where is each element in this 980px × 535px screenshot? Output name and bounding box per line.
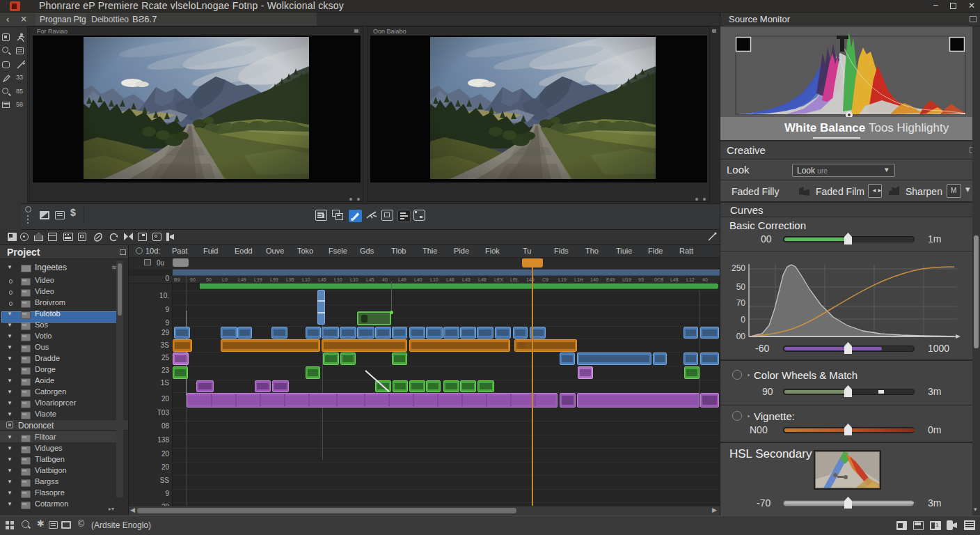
svg-text:00: 00	[736, 332, 746, 341]
svg-text:0: 0	[741, 315, 745, 325]
svg-text:70: 70	[736, 298, 746, 308]
svg-text:250: 250	[732, 263, 745, 273]
svg-text:50: 50	[736, 282, 746, 292]
